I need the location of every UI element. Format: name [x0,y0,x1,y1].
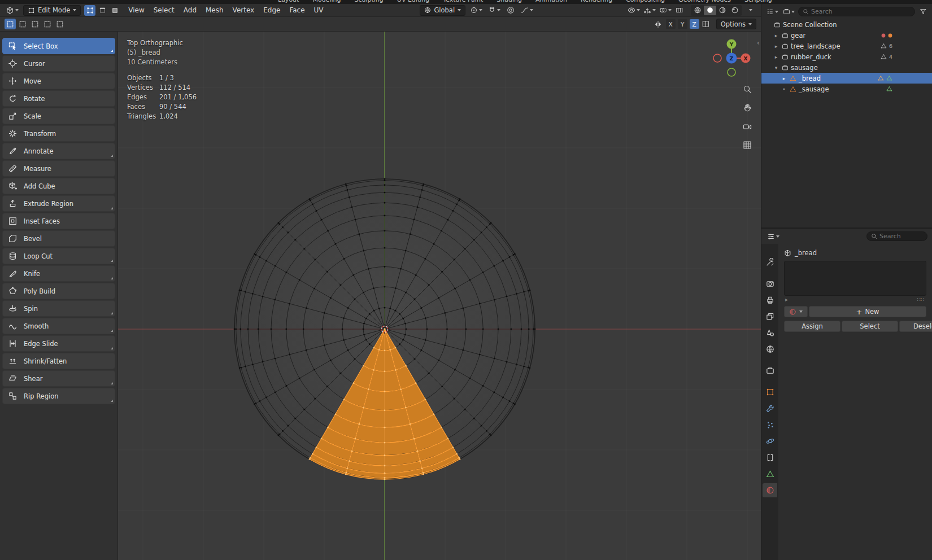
visibility-dropdown[interactable] [626,5,641,16]
properties-tab-collection[interactable] [763,364,777,378]
menu-view[interactable]: View [124,6,149,14]
outliner-row-gear[interactable]: ▸gear [761,30,932,41]
disclosure-right-icon[interactable]: ▸ [773,54,779,60]
deselect-button[interactable]: Deselect [899,321,932,332]
properties-tab-physics[interactable] [763,434,777,448]
zoom-button[interactable] [741,83,754,95]
tool-rotate[interactable]: Rotate [2,90,115,107]
workspace-tab-texture-paint[interactable]: Texture Paint [443,0,483,4]
properties-tab-scene[interactable] [763,326,777,340]
tool-shrink-fatten[interactable]: Shrink/Fatten [2,353,115,369]
properties-tab-world[interactable] [763,342,777,356]
properties-tab-object[interactable] [763,385,777,399]
menu-edge[interactable]: Edge [259,6,285,14]
workspace-tab-animation[interactable]: Animation [535,0,567,4]
select-mode-edge-toggle[interactable] [97,5,108,16]
properties-tab-modifiers[interactable] [763,401,777,415]
options-dropdown[interactable]: Options [716,19,756,29]
pivot-point-dropdown[interactable] [469,5,484,16]
select-option-intersect[interactable] [54,19,66,29]
select-option-invert[interactable] [42,19,53,29]
outliner-search-input[interactable] [811,8,847,15]
tool-extrude-region[interactable]: Extrude Region [2,195,115,212]
mirror-axis-x[interactable]: X [666,19,676,29]
menu-mesh[interactable]: Mesh [201,6,228,14]
tool-spin[interactable]: Spin [2,300,115,317]
outliner-row-scene collection[interactable]: Scene Collection [761,19,932,30]
sidebar-collapse-arrow[interactable]: ‹ [757,38,760,47]
menu-add[interactable]: Add [179,6,201,14]
properties-tab-view-layer[interactable] [763,309,777,323]
workspace-tab-rendering[interactable]: Rendering [581,0,612,4]
select-mode-face-toggle[interactable] [109,5,120,16]
select-option-subtract[interactable] [29,19,41,29]
mode-dropdown[interactable]: Edit Mode [23,5,81,16]
item-dot[interactable]: • [781,86,787,92]
workspace-tab-uv-editing[interactable]: UV Editing [397,0,429,4]
tool-smooth[interactable]: Smooth [2,318,115,334]
tool-scale[interactable]: Scale [2,108,115,124]
workspace-tab-geometry-nodes[interactable]: Geometry Nodes [678,0,731,4]
tool-cursor[interactable]: Cursor [2,55,115,72]
outliner-search[interactable] [798,7,915,16]
mirror-axis-y[interactable]: Y [678,19,687,29]
disclosure-right-icon[interactable]: ▸ [773,33,779,38]
outliner-filter-button[interactable] [917,6,929,17]
select-button[interactable]: Select [842,321,898,332]
tool-transform[interactable]: Transform [2,125,115,142]
workspace-tab-scripting[interactable]: Scripting [744,0,772,4]
overlays-dropdown[interactable] [658,5,673,16]
viewport-3d[interactable]: Top Orthographic (5) _bread 10 Centimete… [118,32,761,560]
proportional-edit-toggle[interactable] [505,5,516,16]
gizmos-dropdown[interactable] [642,5,657,16]
resize-grip[interactable]: ∷∷ [917,296,924,303]
tool-loop-cut[interactable]: Loop Cut [2,248,115,264]
menu-select[interactable]: Select [149,6,179,14]
tool-poly-build[interactable]: Poly Build [2,283,115,299]
select-mode-vertex-toggle[interactable] [84,5,95,16]
outliner-row-bread[interactable]: ▸_bread [761,73,932,84]
tool-edge-slide[interactable]: Edge Slide [2,335,115,352]
outliner-display-mode-button[interactable] [782,6,796,17]
material-browse-dropdown[interactable] [784,306,808,317]
menu-vertex[interactable]: Vertex [228,6,259,14]
assign-button[interactable]: Assign [784,321,840,332]
properties-tab-data[interactable] [763,467,777,481]
properties-tab-tool[interactable] [763,255,777,269]
snap-grid-toggle[interactable] [700,19,712,29]
mirror-toggle[interactable] [652,19,664,29]
xray-dropdown[interactable] [674,5,685,16]
workspace-tab-modeling[interactable]: Modeling [312,0,341,4]
properties-tab-particles[interactable] [763,418,777,432]
shading-material-button[interactable] [716,6,729,15]
menu-uv[interactable]: UV [310,6,328,14]
viewport-canvas[interactable] [118,32,761,560]
outliner-row-tree_landscape[interactable]: ▸tree_landscape6 [761,41,932,51]
tool-add-cube[interactable]: Add Cube [2,178,115,194]
select-option-new[interactable] [5,19,16,29]
outliner-row-sausage[interactable]: ▾sausage [761,62,932,73]
camera-button[interactable] [741,120,754,133]
workspace-tab-compositing[interactable]: Compositing [626,0,665,4]
tool-annotate[interactable]: Annotate [2,143,115,159]
properties-tab-material[interactable] [763,483,777,497]
disclosure-right-icon[interactable]: ▸ [773,43,779,49]
disclosure-down-icon[interactable]: ▾ [773,65,779,71]
shading-solid-button[interactable] [704,6,716,15]
snap-toggle[interactable] [487,5,502,16]
shading-rendered-button[interactable] [729,6,741,15]
workspace-tab-sculpting[interactable]: Sculpting [354,0,383,4]
slot-expand-arrow[interactable]: ▸ [785,296,788,303]
proportional-falloff-dropdown[interactable] [520,5,534,16]
workspace-tab-shading[interactable]: Shading [497,0,522,4]
grid-button[interactable] [741,139,754,151]
tool-knife[interactable]: Knife [2,265,115,282]
navigation-gizmo[interactable]: YXZ [710,37,753,80]
material-slot-list[interactable] [784,261,926,296]
tool-rip-region[interactable]: Rip Region [2,388,115,404]
tool-shear[interactable]: Shear [2,370,115,387]
shading-wireframe-button[interactable] [691,6,704,15]
new-material-button[interactable]: + New [809,306,926,317]
shading-dropdown[interactable] [745,5,756,16]
tool-inset-faces[interactable]: Inset Faces [2,213,115,229]
